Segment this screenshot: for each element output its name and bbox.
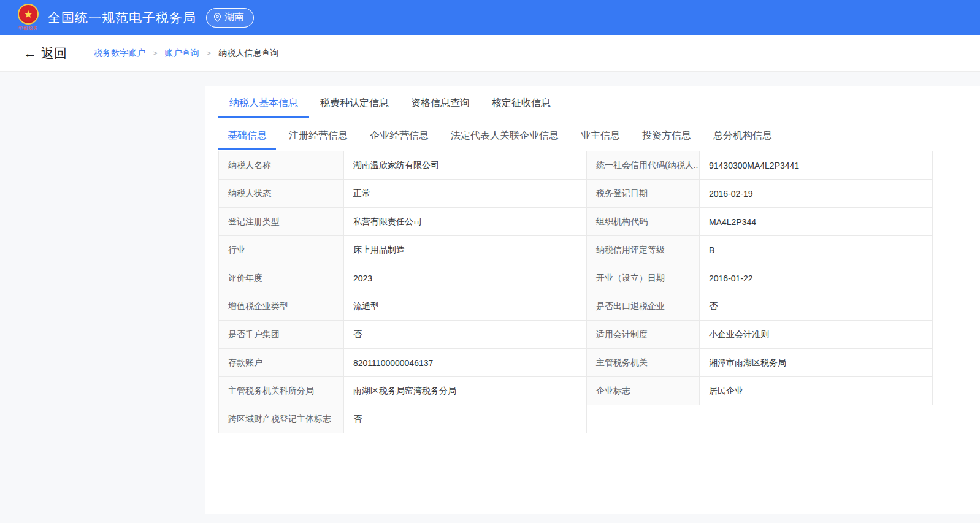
table-row: 组织机构代码MA4L2P344 bbox=[587, 208, 933, 236]
sub-tab-5[interactable]: 投资方信息 bbox=[633, 122, 700, 150]
field-label: 登记注册类型 bbox=[219, 208, 344, 236]
field-label: 纳税人状态 bbox=[219, 180, 344, 208]
table-row: 开业（设立）日期2016-01-22 bbox=[587, 264, 933, 292]
field-value: 流通型 bbox=[344, 292, 587, 321]
field-value: 正常 bbox=[344, 180, 587, 208]
field-value: 否 bbox=[700, 292, 933, 321]
table-row: 税务登记日期2016-02-19 bbox=[587, 180, 933, 208]
sub-tab-2[interactable]: 企业经营信息 bbox=[361, 122, 438, 150]
field-label: 主管税务机关 bbox=[587, 349, 700, 377]
sub-tab-4[interactable]: 业主信息 bbox=[572, 122, 629, 150]
table-row: 统一社会信用代码(纳税人...91430300MA4L2P3441 bbox=[587, 151, 933, 180]
field-value: 2023 bbox=[344, 264, 587, 292]
field-label: 主管税务机关科所分局 bbox=[219, 377, 344, 405]
field-value: 湖南温欣家纺有限公司 bbox=[344, 151, 587, 180]
breadcrumb-item-current: 纳税人信息查询 bbox=[218, 48, 278, 59]
field-value: 91430300MA4L2P3441 bbox=[700, 151, 933, 180]
national-emblem-icon: ★ 中国税务 bbox=[16, 4, 40, 31]
field-label: 适用会计制度 bbox=[587, 321, 700, 349]
basic-info-tables: 纳税人名称湖南温欣家纺有限公司纳税人状态正常登记注册类型私营有限责任公司行业床上… bbox=[218, 151, 965, 433]
breadcrumb-separator-icon: > bbox=[207, 48, 212, 58]
table-row: 纳税人名称湖南温欣家纺有限公司 bbox=[219, 151, 587, 180]
basic-info-table-left: 纳税人名称湖南温欣家纺有限公司纳税人状态正常登记注册类型私营有限责任公司行业床上… bbox=[218, 151, 587, 433]
table-row: 评价年度2023 bbox=[219, 264, 587, 292]
field-value: 湘潭市雨湖区税务局 bbox=[700, 349, 933, 377]
table-row: 主管税务机关科所分局雨湖区税务局窑湾税务分局 bbox=[219, 377, 587, 405]
field-value: MA4L2P344 bbox=[700, 208, 933, 236]
sub-tab-bar: 基础信息注册经营信息企业经营信息法定代表人关联企业信息业主信息投资方信息总分机构… bbox=[218, 122, 965, 150]
sub-tab-3[interactable]: 法定代表人关联企业信息 bbox=[442, 122, 568, 150]
field-value: 床上用品制造 bbox=[344, 236, 587, 264]
back-button-label: 返回 bbox=[41, 45, 67, 62]
field-value: 否 bbox=[344, 405, 587, 433]
main-tab-bar: 纳税人基本信息税费种认定信息资格信息查询核定征收信息 bbox=[218, 89, 965, 118]
field-label: 是否出口退税企业 bbox=[587, 292, 700, 321]
sub-tab-1[interactable]: 注册经营信息 bbox=[280, 122, 357, 150]
main-tab-3[interactable]: 核定征收信息 bbox=[481, 89, 562, 118]
breadcrumb: 税务数字账户 > 账户查询 > 纳税人信息查询 bbox=[94, 48, 278, 59]
field-label: 企业标志 bbox=[587, 377, 700, 405]
field-value: 雨湖区税务局窑湾税务分局 bbox=[344, 377, 587, 405]
table-row: 是否千户集团否 bbox=[219, 321, 587, 349]
emblem-caption: 中国税务 bbox=[18, 25, 38, 31]
basic-info-table-right: 统一社会信用代码(纳税人...91430300MA4L2P3441税务登记日期2… bbox=[586, 151, 933, 405]
table-row: 主管税务机关湘潭市雨湖区税务局 bbox=[587, 349, 933, 377]
sub-tab-6[interactable]: 总分机构信息 bbox=[704, 122, 781, 150]
field-value: B bbox=[700, 236, 933, 264]
field-label: 统一社会信用代码(纳税人... bbox=[587, 151, 700, 180]
field-value: 小企业会计准则 bbox=[700, 321, 933, 349]
field-label: 增值税企业类型 bbox=[219, 292, 344, 321]
table-row: 存款账户82011100000046137 bbox=[219, 349, 587, 377]
field-value: 82011100000046137 bbox=[344, 349, 587, 377]
taxpayer-info-card: 纳税人基本信息税费种认定信息资格信息查询核定征收信息 基础信息注册经营信息企业经… bbox=[205, 86, 980, 514]
table-row: 适用会计制度小企业会计准则 bbox=[587, 321, 933, 349]
location-badge-label: 湖南 bbox=[224, 11, 244, 24]
page-title: 全国统一规范电子税务局 bbox=[48, 9, 196, 26]
main-tab-2[interactable]: 资格信息查询 bbox=[400, 89, 481, 118]
field-value: 否 bbox=[344, 321, 587, 349]
field-value: 2016-01-22 bbox=[700, 264, 933, 292]
field-label: 存款账户 bbox=[219, 349, 344, 377]
main-tab-1[interactable]: 税费种认定信息 bbox=[309, 89, 400, 118]
table-row: 跨区域财产税登记主体标志否 bbox=[219, 405, 587, 433]
field-value: 私营有限责任公司 bbox=[344, 208, 587, 236]
table-row: 行业床上用品制造 bbox=[219, 236, 587, 264]
location-pin-icon bbox=[213, 13, 221, 22]
table-row: 登记注册类型私营有限责任公司 bbox=[219, 208, 587, 236]
page-content: 纳税人基本信息税费种认定信息资格信息查询核定征收信息 基础信息注册经营信息企业经… bbox=[0, 86, 980, 514]
field-label: 行业 bbox=[219, 236, 344, 264]
back-button[interactable]: ← 返回 bbox=[23, 45, 67, 62]
field-label: 评价年度 bbox=[219, 264, 344, 292]
field-label: 纳税人名称 bbox=[219, 151, 344, 180]
table-row: 纳税信用评定等级B bbox=[587, 236, 933, 264]
field-label: 组织机构代码 bbox=[587, 208, 700, 236]
field-value: 居民企业 bbox=[700, 377, 933, 405]
field-label: 跨区域财产税登记主体标志 bbox=[219, 405, 344, 433]
breadcrumb-separator-icon: > bbox=[153, 48, 158, 58]
breadcrumb-item-account-query[interactable]: 账户查询 bbox=[165, 48, 199, 59]
emblem-star-icon: ★ bbox=[18, 4, 39, 25]
breadcrumb-item-tax-digital-account[interactable]: 税务数字账户 bbox=[94, 48, 145, 59]
table-row: 企业标志居民企业 bbox=[587, 377, 933, 405]
main-tab-0[interactable]: 纳税人基本信息 bbox=[218, 89, 309, 118]
table-row: 增值税企业类型流通型 bbox=[219, 292, 587, 321]
table-row: 是否出口退税企业否 bbox=[587, 292, 933, 321]
sub-tab-0[interactable]: 基础信息 bbox=[218, 122, 276, 150]
field-label: 税务登记日期 bbox=[587, 180, 700, 208]
field-label: 纳税信用评定等级 bbox=[587, 236, 700, 264]
location-badge[interactable]: 湖南 bbox=[206, 8, 254, 28]
app-header: ★ 中国税务 全国统一规范电子税务局 湖南 bbox=[0, 0, 980, 35]
field-label: 是否千户集团 bbox=[219, 321, 344, 349]
breadcrumb-bar: ← 返回 税务数字账户 > 账户查询 > 纳税人信息查询 bbox=[0, 35, 980, 72]
back-arrow-icon: ← bbox=[23, 47, 37, 60]
table-row: 纳税人状态正常 bbox=[219, 180, 587, 208]
field-value: 2016-02-19 bbox=[700, 180, 933, 208]
field-label: 开业（设立）日期 bbox=[587, 264, 700, 292]
